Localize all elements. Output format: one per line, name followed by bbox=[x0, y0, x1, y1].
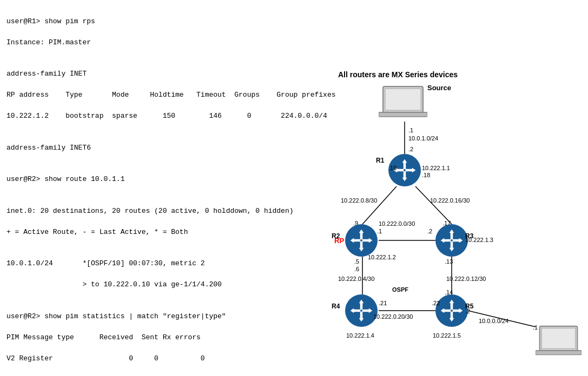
terminal-line-6: 10.222.1.2 bootstrap sparse 150 146 0 22… bbox=[6, 111, 307, 122]
r2-dot5: .5 bbox=[354, 258, 359, 265]
link-r1-r2: 10.222.0.8/30 bbox=[341, 197, 377, 204]
label-dot1-source: .1 bbox=[408, 127, 413, 133]
terminal-line-10: user@R2> show route 10.0.1.1 bbox=[6, 174, 307, 185]
all-routers-label: All routers are MX Series devices bbox=[338, 70, 458, 79]
network-diagram: All routers are MX Series devices Source… bbox=[308, 0, 588, 376]
svg-rect-10 bbox=[379, 112, 427, 117]
router-r2 bbox=[345, 224, 378, 257]
r3-dot13: .13 bbox=[445, 258, 453, 265]
r1-addr-10222-1-1: 10.222.1.1 bbox=[422, 165, 450, 171]
svg-line-1 bbox=[362, 186, 397, 224]
terminal-line-20: V2 Register 0 0 0 bbox=[6, 353, 307, 364]
link-r3-r5: 10.222.0.12/30 bbox=[446, 276, 486, 282]
source-laptop bbox=[379, 85, 427, 123]
terminal-line-15: 10.0.1.0/24 *[OSPF/10] 00:07:30, metric … bbox=[6, 258, 307, 269]
r4-dot21: .21 bbox=[379, 300, 387, 306]
terminal-line-19: PIM Message type Received Sent Rx errors bbox=[6, 332, 307, 343]
terminal-line-12: inet.0: 20 destinations, 20 routes (20 a… bbox=[6, 206, 307, 217]
svg-line-2 bbox=[415, 186, 452, 224]
r5-loopback: 10.222.1.5 bbox=[433, 332, 461, 339]
r2-loopback: 10.222.1.2 bbox=[368, 254, 396, 260]
source-label: Source bbox=[427, 84, 451, 92]
svg-rect-9 bbox=[385, 89, 421, 110]
terminal-line-21: V2 Register Stop 0 0 0 bbox=[6, 374, 307, 377]
r2-dot6: .6 bbox=[354, 266, 359, 272]
router-r3 bbox=[435, 224, 468, 257]
r5-dot22: .22 bbox=[432, 300, 440, 306]
router-r4 bbox=[345, 294, 378, 327]
terminal-line-4: address-family INET bbox=[6, 69, 307, 79]
link-r4-r5: 10.222.0.20/30 bbox=[373, 313, 413, 320]
r5-to-dest-net: 10.0.0.0/24 bbox=[479, 318, 508, 324]
link-r2-r3: 10.222.0.0/30 bbox=[379, 220, 415, 227]
terminal-line-2: Instance: PIM.master bbox=[6, 37, 307, 48]
terminal-line-16: > to 10.222.0.10 via ge-1/1/4.200 bbox=[6, 279, 307, 290]
label-10-0-1-0: 10.0.1.0/24 bbox=[408, 135, 438, 142]
label-dot2-r1: .2 bbox=[408, 146, 413, 152]
r4-label: R4 bbox=[332, 303, 340, 310]
r1-label: R1 bbox=[376, 157, 384, 164]
terminal-line-13: + = Active Route, - = Last Active, * = B… bbox=[6, 227, 307, 238]
terminal-line-8: address-family INET6 bbox=[6, 143, 307, 153]
rp-label: RP bbox=[334, 237, 344, 245]
r5-dot2: .2 bbox=[465, 308, 470, 314]
r4-loopback: 10.222.1.4 bbox=[346, 332, 374, 339]
ospf-label: OSPF bbox=[392, 286, 408, 293]
terminal-panel: user@R1> show pim rps Instance: PIM.mast… bbox=[0, 0, 314, 376]
r1-dot10: .10 bbox=[388, 165, 397, 171]
terminal-line-5: RP address Type Mode Holdtime Timeout Gr… bbox=[6, 90, 307, 100]
r2r3-dot2: .2 bbox=[427, 228, 432, 234]
terminal-line-18: user@R2> show pim statistics | match "re… bbox=[6, 311, 307, 322]
link-r2-r4: 10.222.0.4/30 bbox=[338, 276, 374, 282]
link-r1-r3: 10.222.0.16/30 bbox=[430, 197, 470, 204]
r2r3-dot1: .1 bbox=[377, 228, 382, 234]
terminal-line-1: user@R1> show pim rps bbox=[6, 16, 307, 27]
svg-rect-38 bbox=[541, 328, 575, 348]
r1-addr-18: .18 bbox=[422, 172, 430, 178]
router-r5 bbox=[435, 294, 468, 327]
svg-rect-39 bbox=[536, 351, 582, 355]
r3-addr: 10.222.1.3 bbox=[465, 237, 493, 243]
dest-laptop bbox=[536, 324, 582, 361]
